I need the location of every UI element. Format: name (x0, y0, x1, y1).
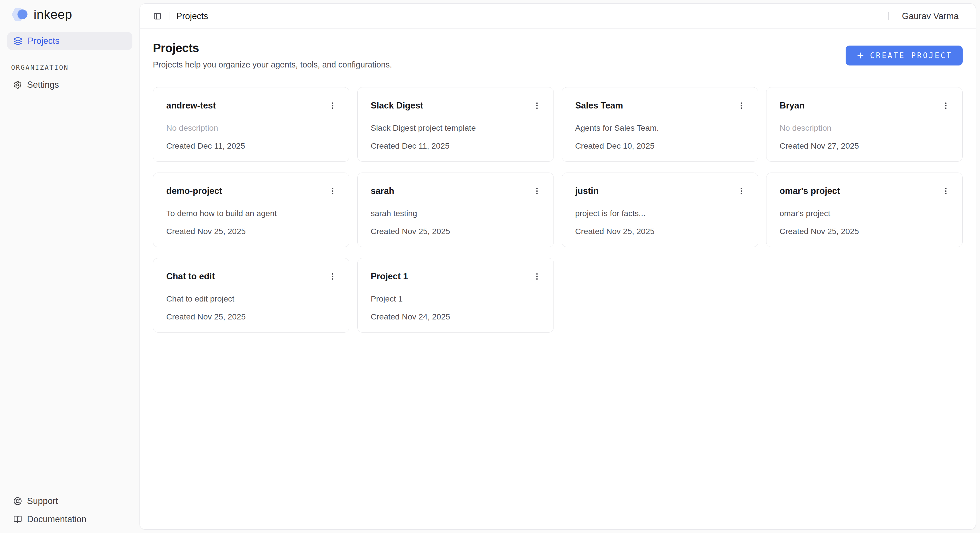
kebab-icon (328, 101, 337, 110)
project-created: Created Nov 25, 2025 (166, 227, 336, 236)
sidebar: inkeep Projects ORGANIZATION Settings (0, 0, 140, 533)
project-menu-button[interactable] (735, 185, 748, 197)
user-menu-button[interactable]: Gaurav Varma (902, 11, 959, 21)
project-card[interactable]: Chat to edit Chat to edit project Create… (153, 258, 349, 333)
sidebar-item-documentation[interactable]: Documentation (7, 510, 132, 528)
project-card[interactable]: andrew-test No description Created Dec 1… (153, 87, 349, 162)
sidebar-item-settings[interactable]: Settings (7, 76, 132, 94)
project-menu-button[interactable] (326, 185, 339, 197)
gear-icon (13, 81, 22, 89)
plus-icon (856, 51, 865, 60)
project-card[interactable]: demo-project To demo how to build an age… (153, 173, 349, 247)
project-menu-button[interactable] (735, 99, 748, 112)
project-name: omar's project (780, 186, 840, 196)
project-description: omar's project (780, 209, 949, 218)
page-title: Projects (153, 41, 392, 55)
create-project-button[interactable]: Create Project (846, 46, 963, 65)
project-card[interactable]: sarah sarah testing Created Nov 25, 2025 (357, 173, 554, 247)
project-created: Created Nov 27, 2025 (780, 141, 949, 151)
kebab-icon (737, 101, 746, 110)
sidebar-item-label: Support (27, 496, 58, 506)
page-subtitle: Projects help you organize your agents, … (153, 60, 392, 70)
sidebar-item-label: Projects (28, 36, 59, 46)
project-created: Created Dec 11, 2025 (166, 141, 336, 151)
project-name: Sales Team (575, 100, 623, 111)
project-menu-button[interactable] (940, 185, 952, 197)
project-card[interactable]: justin project is for facts... Created N… (562, 173, 758, 247)
sidebar-section-organization: ORGANIZATION (11, 64, 132, 71)
project-name: andrew-test (166, 100, 216, 111)
kebab-icon (533, 187, 541, 195)
project-description: No description (166, 123, 336, 133)
project-menu-button[interactable] (940, 99, 952, 112)
project-card-header: sarah (371, 185, 540, 197)
project-name: sarah (371, 186, 395, 196)
project-menu-button[interactable] (326, 270, 339, 283)
project-created: Created Nov 25, 2025 (575, 227, 745, 236)
project-name: Project 1 (371, 271, 408, 282)
topbar-divider (888, 12, 889, 20)
kebab-icon (328, 187, 337, 195)
project-card-header: Project 1 (371, 270, 540, 283)
project-name: Chat to edit (166, 271, 215, 282)
page-header-text: Projects Projects help you organize your… (153, 41, 392, 70)
page-content: Projects Projects help you organize your… (140, 29, 976, 529)
kebab-icon (942, 101, 950, 110)
project-menu-button[interactable] (531, 99, 543, 112)
panel-left-icon (153, 12, 162, 21)
project-created: Created Dec 11, 2025 (371, 141, 540, 151)
project-description: No description (780, 123, 949, 133)
project-name: justin (575, 186, 599, 196)
project-description: Project 1 (371, 294, 540, 304)
project-card-header: justin (575, 185, 745, 197)
create-project-label: Create Project (870, 51, 952, 60)
sidebar-item-projects[interactable]: Projects (7, 32, 132, 50)
project-card-header: demo-project (166, 185, 336, 197)
sidebar-item-support[interactable]: Support (7, 492, 132, 510)
projects-grid: andrew-test No description Created Dec 1… (153, 87, 963, 333)
project-card-header: Sales Team (575, 99, 745, 112)
project-menu-button[interactable] (531, 185, 543, 197)
project-card-header: Bryan (780, 99, 949, 112)
project-menu-button[interactable] (531, 270, 543, 283)
topbar-divider (169, 12, 169, 20)
sidebar-item-label: Documentation (27, 514, 87, 525)
kebab-icon (942, 187, 950, 195)
sidebar-item-label: Settings (27, 80, 59, 90)
project-menu-button[interactable] (326, 99, 339, 112)
project-description: sarah testing (371, 209, 540, 218)
sidebar-toggle-button[interactable] (151, 10, 164, 22)
project-card[interactable]: Project 1 Project 1 Created Nov 24, 2025 (357, 258, 554, 333)
project-card-header: andrew-test (166, 99, 336, 112)
project-created: Created Dec 10, 2025 (575, 141, 745, 151)
project-card[interactable]: Bryan No description Created Nov 27, 202… (766, 87, 963, 162)
project-card[interactable]: Sales Team Agents for Sales Team. Create… (562, 87, 758, 162)
main-panel: Projects Gaurav Varma Projects Projects … (140, 3, 976, 530)
brand-wordmark: inkeep (33, 7, 72, 22)
project-card[interactable]: Slack Digest Slack Digest project templa… (357, 87, 554, 162)
project-card-header: Slack Digest (371, 99, 540, 112)
layers-icon (13, 37, 22, 46)
project-description: Slack Digest project template (371, 123, 540, 133)
topbar-right: Gaurav Varma (888, 11, 959, 21)
project-card-header: Chat to edit (166, 270, 336, 283)
logo-link[interactable]: inkeep (11, 7, 132, 22)
project-created: Created Nov 24, 2025 (371, 312, 540, 321)
kebab-icon (533, 101, 541, 110)
project-description: project is for facts... (575, 209, 745, 218)
breadcrumb: Projects (176, 11, 208, 21)
project-card-header: omar's project (780, 185, 949, 197)
kebab-icon (328, 272, 337, 281)
inkeep-logo-icon (11, 7, 29, 22)
project-created: Created Nov 25, 2025 (166, 312, 336, 321)
kebab-icon (533, 272, 541, 281)
book-open-icon (13, 515, 22, 523)
lifebuoy-icon (13, 497, 22, 505)
page-header: Projects Projects help you organize your… (153, 41, 963, 70)
project-description: Chat to edit project (166, 294, 336, 304)
project-description: To demo how to build an agent (166, 209, 336, 218)
project-card[interactable]: omar's project omar's project Created No… (766, 173, 963, 247)
sidebar-footer: Support Documentation (7, 492, 132, 528)
project-created: Created Nov 25, 2025 (371, 227, 540, 236)
project-name: demo-project (166, 186, 222, 196)
